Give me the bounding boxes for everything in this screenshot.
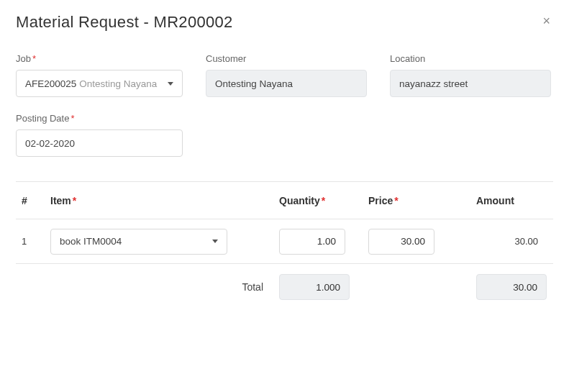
table-row: 1 book ITM0004 30.00 — [16, 219, 553, 264]
required-indicator: * — [322, 195, 325, 206]
th-amount: Amount — [476, 195, 553, 206]
posting-date-input[interactable] — [25, 138, 173, 149]
total-amount: 30.00 — [476, 274, 547, 300]
required-indicator: * — [32, 53, 36, 64]
location-label: Location — [390, 53, 551, 64]
item-name: book — [60, 236, 81, 247]
required-indicator: * — [73, 195, 76, 206]
job-select[interactable]: AFE200025 Ontesting Nayana — [16, 70, 183, 97]
th-price: Price* — [368, 195, 476, 206]
table-header: # Item* Quantity* Price* Amount — [16, 182, 553, 219]
customer-value: Ontesting Nayana — [215, 78, 293, 89]
job-code: AFE200025 — [25, 78, 76, 89]
item-select[interactable]: book ITM0004 — [50, 229, 227, 255]
totals-row: Total 1.000 30.00 — [16, 264, 553, 300]
job-label-text: Job — [16, 53, 31, 64]
qty-input[interactable] — [279, 229, 345, 255]
th-qty-text: Quantity — [279, 195, 320, 206]
th-price-text: Price — [368, 195, 393, 206]
close-icon[interactable]: × — [540, 13, 553, 29]
row-index: 1 — [16, 236, 50, 247]
customer-field: Ontesting Nayana — [206, 70, 367, 97]
th-qty: Quantity* — [279, 195, 368, 206]
amount-value: 30.00 — [476, 236, 542, 247]
required-indicator: * — [70, 113, 74, 124]
th-item: Item* — [50, 195, 279, 206]
location-field: nayanazz street — [390, 70, 551, 97]
th-item-text: Item — [50, 195, 71, 206]
totals-label: Total — [16, 281, 279, 293]
page-title: Material Request - MR200002 — [16, 13, 233, 32]
job-label: Job* — [16, 53, 183, 64]
location-value: nayanazz street — [399, 78, 468, 89]
required-indicator: * — [394, 195, 398, 206]
posting-date-label: Posting Date* — [16, 113, 183, 124]
price-input[interactable] — [368, 229, 434, 255]
posting-date-field[interactable] — [16, 129, 183, 157]
customer-label: Customer — [206, 53, 367, 64]
item-code: ITM0004 — [83, 236, 122, 247]
total-qty: 1.000 — [279, 274, 350, 300]
chevron-down-icon — [168, 82, 173, 86]
chevron-down-icon — [212, 240, 218, 243]
posting-date-label-text: Posting Date — [16, 113, 69, 124]
job-desc: Ontesting Nayana — [79, 78, 157, 89]
th-index: # — [16, 195, 50, 206]
